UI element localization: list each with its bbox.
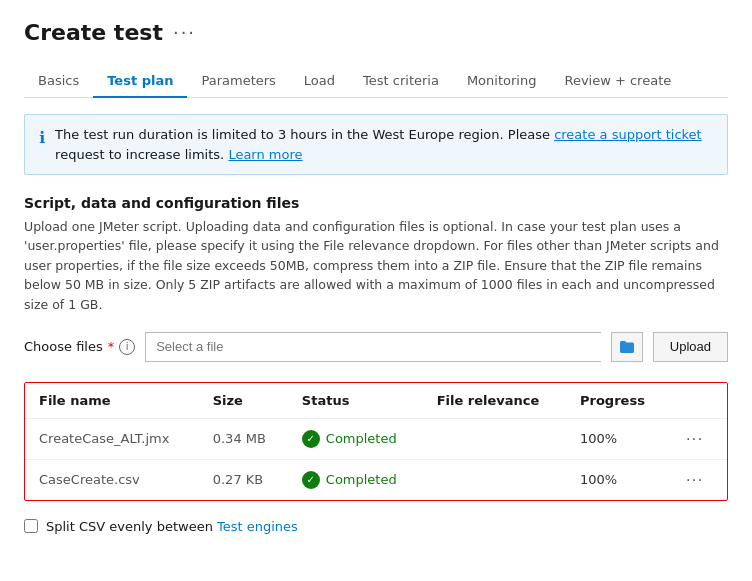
th-progress: Progress [566, 383, 668, 419]
section-description: Upload one JMeter script. Uploading data… [24, 217, 728, 314]
actions-cell[interactable]: ··· [668, 459, 727, 500]
table-row: CreateCase_ALT.jmx0.34 MB✓Completed100%·… [25, 418, 727, 459]
tab-review-create[interactable]: Review + create [550, 65, 685, 98]
info-banner-text: The test run duration is limited to 3 ho… [55, 125, 713, 164]
row-more-button[interactable]: ··· [682, 428, 708, 450]
status-text: Completed [326, 431, 397, 446]
progress-cell: 100% [566, 418, 668, 459]
split-csv-label[interactable]: Split CSV evenly between Test engines [46, 519, 298, 534]
status-check-icon: ✓ [302, 471, 320, 489]
actions-cell[interactable]: ··· [668, 418, 727, 459]
split-csv-row: Split CSV evenly between Test engines [24, 519, 728, 534]
th-actions [668, 383, 727, 419]
support-ticket-link[interactable]: create a support ticket [554, 127, 702, 142]
file-status-cell: ✓Completed [288, 418, 423, 459]
file-size-cell: 0.34 MB [199, 418, 288, 459]
file-name-cell: CreateCase_ALT.jmx [25, 418, 199, 459]
file-name-cell: CaseCreate.csv [25, 459, 199, 500]
learn-more-link[interactable]: Learn more [228, 147, 302, 162]
file-size-cell: 0.27 KB [199, 459, 288, 500]
choose-files-label: Choose files * i [24, 339, 135, 355]
table-row: CaseCreate.csv0.27 KB✓Completed100%··· [25, 459, 727, 500]
file-status-cell: ✓Completed [288, 459, 423, 500]
choose-files-info-icon[interactable]: i [119, 339, 135, 355]
choose-files-row: Choose files * i Upload [24, 332, 728, 362]
file-relevance-cell [423, 459, 566, 500]
file-browse-button[interactable] [611, 332, 643, 362]
more-options-icon[interactable]: ··· [173, 22, 196, 43]
status-text: Completed [326, 472, 397, 487]
tab-bar: BasicsTest planParametersLoadTest criter… [24, 65, 728, 98]
test-engines-link[interactable]: Test engines [217, 519, 298, 534]
th-status: Status [288, 383, 423, 419]
th-size: Size [199, 383, 288, 419]
section-title: Script, data and configuration files [24, 195, 728, 211]
progress-cell: 100% [566, 459, 668, 500]
file-table: File name Size Status File relevance Pro… [25, 383, 727, 500]
row-more-button[interactable]: ··· [682, 469, 708, 491]
th-file-relevance: File relevance [423, 383, 566, 419]
tab-basics[interactable]: Basics [24, 65, 93, 98]
info-icon: ℹ [39, 126, 45, 150]
tab-monitoring[interactable]: Monitoring [453, 65, 551, 98]
status-check-icon: ✓ [302, 430, 320, 448]
file-table-wrapper: File name Size Status File relevance Pro… [24, 382, 728, 501]
page-title-row: Create test ··· [24, 20, 728, 45]
tab-load[interactable]: Load [290, 65, 349, 98]
th-file-name: File name [25, 383, 199, 419]
tab-parameters[interactable]: Parameters [187, 65, 289, 98]
file-select-input[interactable] [145, 332, 601, 362]
tab-test-plan[interactable]: Test plan [93, 65, 187, 98]
page-title: Create test [24, 20, 163, 45]
folder-icon [619, 339, 635, 355]
split-csv-checkbox[interactable] [24, 519, 38, 533]
file-relevance-cell [423, 418, 566, 459]
tab-test-criteria[interactable]: Test criteria [349, 65, 453, 98]
info-banner: ℹ The test run duration is limited to 3 … [24, 114, 728, 175]
upload-button[interactable]: Upload [653, 332, 728, 362]
table-header-row: File name Size Status File relevance Pro… [25, 383, 727, 419]
